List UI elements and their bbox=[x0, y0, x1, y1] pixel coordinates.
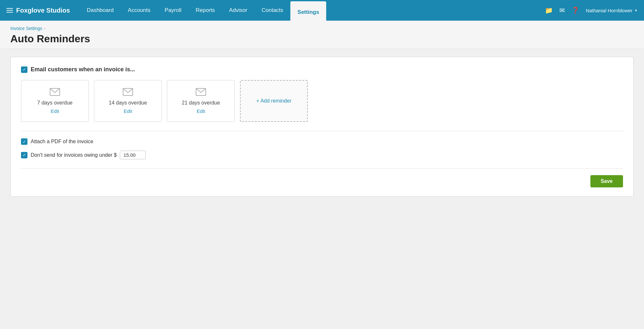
reminder-1-days: 7 days overdue bbox=[37, 100, 72, 106]
dont-send-checkbox[interactable]: ✓ bbox=[21, 152, 27, 158]
dont-send-checkmark-icon: ✓ bbox=[23, 153, 26, 157]
page-header: Invoice Settings › Auto Reminders bbox=[0, 21, 644, 49]
reminder-2-edit-link[interactable]: Edit bbox=[124, 108, 132, 114]
nav-item-advisor[interactable]: Advisor bbox=[222, 0, 254, 21]
dont-send-label: Don't send for invoices owing under $ bbox=[31, 152, 117, 158]
user-chevron-icon: ▼ bbox=[634, 9, 638, 12]
navbar: Foxglove Studios Dashboard Accounts Payr… bbox=[0, 0, 644, 21]
nav-item-contacts[interactable]: Contacts bbox=[254, 0, 290, 21]
folder-icon[interactable]: 📁 bbox=[545, 6, 553, 14]
email-checkbox[interactable]: ✓ bbox=[21, 66, 27, 73]
help-icon[interactable]: ❓ bbox=[571, 6, 579, 14]
reminder-1-envelope-icon bbox=[50, 88, 60, 97]
nav-item-settings[interactable]: Settings bbox=[290, 1, 326, 22]
attach-pdf-row: ✓ Attach a PDF of the invoice bbox=[21, 138, 623, 145]
nav-right: 📁 ✉ ❓ Nathanial Hornblower ▼ bbox=[545, 6, 638, 14]
user-name: Nathanial Hornblower bbox=[586, 8, 632, 13]
breadcrumb-separator: › bbox=[44, 26, 46, 31]
reminder-1-edit-link[interactable]: Edit bbox=[51, 108, 59, 114]
save-button[interactable]: Save bbox=[590, 175, 623, 187]
amount-input[interactable] bbox=[120, 151, 146, 159]
reminder-3-edit-link[interactable]: Edit bbox=[197, 108, 205, 114]
add-reminder-card[interactable]: + Add reminder bbox=[240, 80, 308, 122]
nav-item-payroll[interactable]: Payroll bbox=[158, 0, 189, 21]
attach-pdf-checkmark-icon: ✓ bbox=[23, 140, 26, 144]
email-section-label: Email customers when an invoice is... bbox=[31, 66, 135, 73]
options-section: ✓ Attach a PDF of the invoice ✓ Don't se… bbox=[21, 131, 623, 159]
reminders-row: 7 days overdue Edit 14 days overdue Edit bbox=[21, 80, 623, 122]
attach-pdf-label: Attach a PDF of the invoice bbox=[31, 139, 93, 145]
reminder-3-days: 21 days overdue bbox=[182, 100, 220, 106]
nav-links: Dashboard Accounts Payroll Reports Advis… bbox=[80, 0, 545, 21]
nav-item-dashboard[interactable]: Dashboard bbox=[80, 0, 121, 21]
card-footer: Save bbox=[21, 168, 623, 187]
dont-send-row: ✓ Don't send for invoices owing under $ bbox=[21, 151, 623, 159]
mail-icon[interactable]: ✉ bbox=[559, 6, 565, 14]
reminder-card-2: 14 days overdue Edit bbox=[94, 80, 162, 122]
breadcrumb-parent[interactable]: Invoice Settings bbox=[10, 26, 42, 31]
add-reminder-text[interactable]: + Add reminder bbox=[256, 98, 292, 104]
reminder-3-envelope-icon bbox=[196, 88, 206, 97]
brand[interactable]: Foxglove Studios bbox=[6, 7, 70, 14]
checkmark-icon: ✓ bbox=[23, 67, 26, 72]
nav-item-accounts[interactable]: Accounts bbox=[121, 0, 158, 21]
reminder-card-1: 7 days overdue Edit bbox=[21, 80, 89, 122]
page-title: Auto Reminders bbox=[10, 33, 634, 45]
breadcrumb[interactable]: Invoice Settings › bbox=[10, 26, 634, 31]
hamburger-icon[interactable] bbox=[6, 8, 13, 13]
main-card: ✓ Email customers when an invoice is... … bbox=[10, 57, 634, 197]
reminder-2-envelope-icon bbox=[123, 88, 133, 97]
reminder-2-days: 14 days overdue bbox=[109, 100, 147, 106]
nav-item-reports[interactable]: Reports bbox=[189, 0, 222, 21]
reminder-card-3: 21 days overdue Edit bbox=[167, 80, 235, 122]
user-menu[interactable]: Nathanial Hornblower ▼ bbox=[586, 8, 638, 13]
email-section-header: ✓ Email customers when an invoice is... bbox=[21, 66, 623, 73]
brand-name: Foxglove Studios bbox=[16, 7, 70, 14]
attach-pdf-checkbox[interactable]: ✓ bbox=[21, 138, 27, 145]
